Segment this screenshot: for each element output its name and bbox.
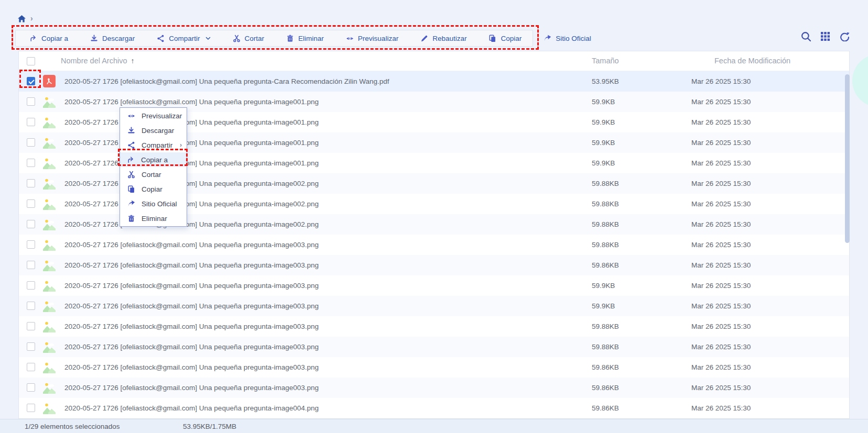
preview-label: Previsualizar	[358, 35, 398, 42]
row-checkbox[interactable]	[27, 240, 35, 249]
row-checkbox[interactable]	[27, 179, 35, 187]
context-menu-item-download[interactable]: Descargar	[120, 123, 187, 138]
home-icon[interactable]	[17, 15, 26, 23]
image-file-icon	[43, 116, 56, 128]
delete-label: Eliminar	[298, 35, 324, 42]
share-button[interactable]: Compartir	[146, 30, 221, 46]
file-date: Mar 26 2025 15:30	[691, 384, 751, 392]
file-date: Mar 26 2025 15:30	[691, 323, 751, 330]
file-date: Mar 26 2025 15:30	[691, 302, 751, 310]
rename-label: Rebautizar	[432, 35, 466, 42]
context-menu-item-preview[interactable]: Previsualizar	[120, 108, 187, 123]
toolbar: Copiar a Descargar Compartir Cortar Elim…	[15, 30, 533, 47]
copy-to-button[interactable]: Copiar a	[19, 30, 79, 46]
context-menu-item-delete[interactable]: Eliminar	[120, 211, 187, 226]
row-checkbox[interactable]	[27, 404, 35, 412]
table-row[interactable]: 2020-05-27 1726 [ofeliastock@gmail.com] …	[19, 255, 849, 275]
view-controls	[801, 31, 850, 41]
row-checkbox[interactable]	[27, 199, 35, 208]
context-menu-item-copy[interactable]: Copiar	[120, 182, 187, 196]
copy-label: Copiar	[501, 35, 522, 42]
table-row[interactable]: 2020-05-27 1726 [ofeliastock@gmail.com] …	[19, 71, 849, 92]
file-name: 2020-05-27 1726 [ofeliastock@gmail.com] …	[64, 241, 319, 249]
row-checkbox[interactable]	[27, 302, 35, 310]
file-size: 59.88KB	[592, 323, 619, 330]
breadcrumb: ›	[17, 15, 33, 23]
row-checkbox[interactable]	[27, 383, 35, 392]
table-row[interactable]: 2020-05-27 1726 [ofeliastock@gmail.com] …	[19, 378, 849, 398]
grid-view-icon[interactable]	[821, 32, 830, 41]
table-row[interactable]: 2020-05-27 1726 [ofeliastock@gmail.com] …	[19, 398, 849, 418]
row-checkbox[interactable]	[27, 322, 35, 330]
table-row[interactable]: 2020-05-27 1726 [ofeliastock@gmail.com] …	[19, 357, 849, 378]
pencil-icon	[420, 35, 428, 42]
file-size: 59.88KB	[592, 180, 619, 187]
column-header-size[interactable]: Tamaño	[592, 57, 619, 65]
row-checkbox[interactable]	[27, 220, 35, 228]
floating-help-circle[interactable]	[852, 54, 868, 107]
row-checkbox[interactable]	[27, 138, 35, 147]
rename-button[interactable]: Rebautizar	[409, 30, 478, 46]
image-file-icon	[43, 157, 56, 169]
context-menu-item-copy-to[interactable]: Copiar a	[120, 152, 187, 167]
row-checkbox[interactable]	[27, 97, 35, 106]
file-date: Mar 26 2025 15:30	[691, 343, 751, 351]
official-site-button[interactable]: Sitio Oficial	[533, 30, 602, 46]
row-checkbox[interactable]	[27, 363, 35, 371]
vertical-scrollbar-thumb[interactable]	[845, 74, 850, 243]
row-checkbox[interactable]	[27, 261, 35, 269]
image-file-icon	[43, 279, 56, 292]
file-size: 59.88KB	[592, 343, 619, 351]
refresh-icon[interactable]	[840, 32, 850, 41]
table-row[interactable]: 2020-05-27 1726 [ofeliastock@gmail.com] …	[19, 235, 849, 255]
scissors-icon	[127, 171, 135, 179]
chevron-right-icon: ›	[30, 14, 33, 23]
file-name: 2020-05-27 1726 [ofeliastock@gmail.com] …	[64, 200, 319, 208]
file-name: 2020-05-27 1726 [ofeliastock@gmail.com] …	[64, 302, 319, 310]
preview-button[interactable]: Previsualizar	[335, 30, 409, 46]
file-name: 2020-05-27 1726 [ofeliastock@gmail.com] …	[64, 159, 319, 167]
cut-button[interactable]: Cortar	[222, 30, 276, 46]
image-file-icon	[43, 320, 56, 332]
copy-button[interactable]: Copiar	[478, 30, 533, 46]
chevron-down-icon	[205, 37, 211, 40]
table-row[interactable]: 2020-05-27 1726 [ofeliastock@gmail.com] …	[19, 316, 849, 337]
row-checkbox[interactable]	[27, 281, 35, 290]
row-checkbox[interactable]	[27, 77, 35, 85]
column-header-name[interactable]: Nombre del Archivo ↑	[61, 57, 135, 65]
table-row[interactable]: 2020-05-27 1726 [ofeliastock@gmail.com] …	[19, 337, 849, 357]
delete-button[interactable]: Eliminar	[275, 30, 335, 46]
context-menu-item-cut[interactable]: Cortar	[120, 167, 187, 182]
file-name: 2020-05-27 1726 [ofeliastock@gmail.com] …	[64, 98, 319, 106]
file-size: 59.86KB	[592, 363, 619, 371]
file-size: 59.9KB	[592, 302, 615, 310]
column-header-date[interactable]: Fecha de Modificación	[714, 57, 790, 65]
select-all-checkbox[interactable]	[27, 57, 35, 65]
row-checkbox[interactable]	[27, 159, 35, 167]
table-row[interactable]: 2020-05-27 1726 [ofeliastock@gmail.com] …	[19, 296, 849, 316]
download-button[interactable]: Descargar	[79, 30, 146, 46]
row-checkbox[interactable]	[27, 118, 35, 126]
file-name: 2020-05-27 1726 [ofeliastock@gmail.com] …	[64, 323, 319, 330]
share-icon	[157, 35, 165, 42]
copy-icon	[127, 185, 135, 193]
file-size: 59.86KB	[592, 384, 619, 392]
row-checkbox[interactable]	[27, 342, 35, 351]
scissors-icon	[233, 35, 241, 42]
context-menu-item-official-site[interactable]: Sitio Oficial	[120, 196, 187, 211]
download-label: Descargar	[102, 35, 135, 42]
submenu-arrow-icon: ›	[180, 141, 182, 149]
context-menu: Previsualizar Descargar Compartir › Copi…	[120, 107, 187, 227]
image-file-icon	[43, 95, 56, 108]
search-icon[interactable]	[801, 31, 811, 41]
file-size: 59.88KB	[592, 200, 619, 208]
sort-asc-icon[interactable]: ↑	[131, 57, 135, 65]
context-menu-item-share[interactable]: Compartir ›	[120, 138, 187, 152]
file-date: Mar 26 2025 15:30	[691, 404, 751, 412]
table-row[interactable]: 2020-05-27 1726 [ofeliastock@gmail.com] …	[19, 275, 849, 296]
file-date: Mar 26 2025 15:30	[691, 98, 751, 106]
status-bar: 1/29 elementos seleccionados 53.95KB/1.7…	[0, 419, 868, 433]
file-size: 59.9KB	[592, 98, 615, 106]
file-date: Mar 26 2025 15:30	[691, 220, 751, 228]
eye-icon	[127, 112, 135, 120]
